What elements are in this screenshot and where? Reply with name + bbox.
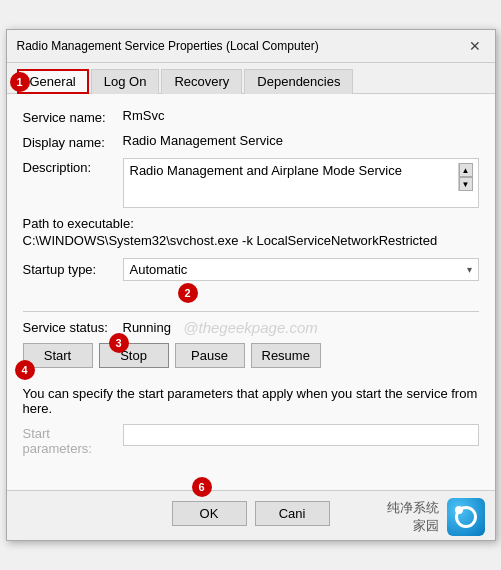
service-status-row: Service status: Running @thegeekpage.com xyxy=(23,320,479,335)
service-status-label: Service status: xyxy=(23,320,123,335)
startup-type-select[interactable]: Automatic ▾ xyxy=(123,258,479,281)
service-name-label: Service name: xyxy=(23,108,123,125)
description-label: Description: xyxy=(23,158,123,175)
startup-label: Startup type: xyxy=(23,262,123,277)
cancel-button[interactable]: Cani xyxy=(255,501,330,526)
start-params-row: Start parameters: xyxy=(23,424,479,456)
close-button[interactable]: ✕ xyxy=(465,36,485,56)
description-box: Radio Management and Airplane Mode Servi… xyxy=(123,158,479,208)
logo-badge xyxy=(447,498,485,536)
select-arrow-icon: ▾ xyxy=(467,264,472,275)
annotation-4: 4 xyxy=(15,360,35,380)
params-description-text: You can specify the start parameters tha… xyxy=(23,386,479,416)
properties-dialog: Radio Management Service Properties (Loc… xyxy=(6,29,496,541)
description-value: Radio Management and Airplane Mode Servi… xyxy=(130,163,458,178)
title-bar: Radio Management Service Properties (Loc… xyxy=(7,30,495,63)
description-scrollbar[interactable]: ▲ ▼ xyxy=(458,163,472,191)
ok-button[interactable]: OK xyxy=(172,501,247,526)
path-value: C:\WINDOWS\System32\svchost.exe -k Local… xyxy=(23,233,479,248)
display-name-row: Display name: Radio Management Service xyxy=(23,133,479,150)
dialog-footer: 6 OK Cani 纯净系统 家园 xyxy=(7,490,495,540)
content-area: Service name: RmSvc Display name: Radio … xyxy=(7,94,495,480)
watermark: @thegeekpage.com xyxy=(183,319,317,336)
window-title: Radio Management Service Properties (Loc… xyxy=(17,39,319,53)
logo-area: 纯净系统 家园 xyxy=(387,498,485,536)
start-params-input[interactable] xyxy=(123,424,479,446)
path-label: Path to executable: xyxy=(23,216,479,231)
tab-general[interactable]: General 1 xyxy=(17,69,89,94)
startup-row: Startup type: Automatic ▾ 2 xyxy=(23,258,479,281)
annotation-6: 6 xyxy=(192,477,212,497)
pause-button[interactable]: Pause xyxy=(175,343,245,368)
tab-dependencies[interactable]: Dependencies xyxy=(244,69,353,94)
tab-logon[interactable]: Log On xyxy=(91,69,160,94)
tab-recovery[interactable]: Recovery xyxy=(161,69,242,94)
scroll-up-arrow[interactable]: ▲ xyxy=(459,163,473,177)
service-name-row: Service name: RmSvc xyxy=(23,108,479,125)
params-description: You can specify the start parameters tha… xyxy=(23,386,479,456)
logo-text-bottom: 家园 xyxy=(413,517,439,535)
path-section: Path to executable: C:\WINDOWS\System32\… xyxy=(23,216,479,248)
display-name-label: Display name: xyxy=(23,133,123,150)
startup-type-value: Automatic xyxy=(130,262,188,277)
service-buttons-row: Start 4 Stop 3 Pause Resume xyxy=(23,343,479,368)
display-name-value: Radio Management Service xyxy=(123,133,479,148)
service-status-value: Running xyxy=(123,320,171,335)
annotation-3: 3 xyxy=(109,333,129,353)
description-row: Description: Radio Management and Airpla… xyxy=(23,158,479,208)
annotation-2: 2 xyxy=(178,283,198,303)
annotation-1: 1 xyxy=(10,72,30,92)
resume-button[interactable]: Resume xyxy=(251,343,321,368)
start-params-label: Start parameters: xyxy=(23,424,123,456)
tab-bar: General 1 Log On Recovery Dependencies xyxy=(7,63,495,94)
service-name-value: RmSvc xyxy=(123,108,479,123)
divider-1 xyxy=(23,311,479,312)
logo-dot xyxy=(455,506,463,514)
scroll-down-arrow[interactable]: ▼ xyxy=(459,177,473,191)
logo-text-top: 纯净系统 xyxy=(387,499,439,517)
